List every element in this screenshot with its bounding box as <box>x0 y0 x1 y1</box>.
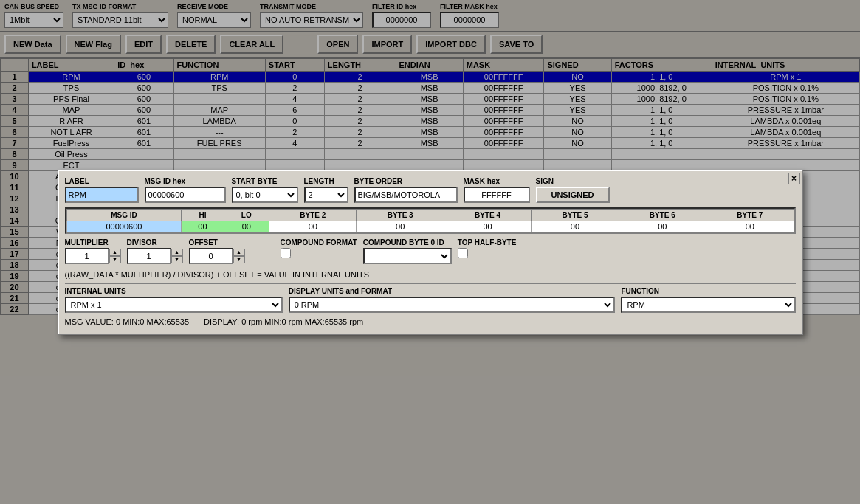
byte-table: MSG ID HI LO BYTE 2 BYTE 3 BYTE 4 BYTE 5… <box>66 209 794 232</box>
msg-id-field: MSG ID hex <box>145 177 226 203</box>
multiplier-spinbox: ▲ ▼ <box>65 248 121 264</box>
sign-field: SIGN UNSIGNED <box>536 177 610 203</box>
byte-col-msgid: MSG ID <box>66 209 182 221</box>
offset-spinbox: ▲ ▼ <box>189 248 245 264</box>
function-label: FUNCTION <box>621 287 795 295</box>
dialog-row-1: LABEL MSG ID hex START BYTE 0, bit 0 1, … <box>65 177 796 203</box>
close-button[interactable]: × <box>788 173 800 184</box>
sign-button[interactable]: UNSIGNED <box>536 187 610 203</box>
compound-byte0-label: COMPOUND BYTE 0 ID <box>363 238 452 246</box>
top-half-byte-wrap <box>458 248 517 258</box>
mask-hex-field: MASK hex <box>464 177 530 203</box>
length-label: LENGTH <box>304 177 348 185</box>
msg-id-input[interactable] <box>145 187 226 203</box>
offset-label: OFFSET <box>189 238 245 246</box>
divisor-up-button[interactable]: ▲ <box>171 249 183 256</box>
cell-byte2: 00 <box>269 221 357 232</box>
top-half-byte-field: TOP HALF-BYTE <box>458 238 517 258</box>
start-byte-field: START BYTE 0, bit 0 1, bit 0 2, bit 0 3,… <box>232 177 298 203</box>
divisor-label: DIVISOR <box>127 238 183 246</box>
cell-byte3: 00 <box>357 221 444 232</box>
divisor-field: DIVISOR ▲ ▼ <box>127 238 183 264</box>
byte-order-input[interactable] <box>354 187 458 203</box>
cell-byte6: 00 <box>619 221 706 232</box>
cell-byte4: 00 <box>444 221 531 232</box>
function-field: FUNCTION RPM <box>621 287 795 313</box>
byte-col-lo: LO <box>224 209 269 221</box>
display-units-select[interactable]: 0 RPM <box>289 297 616 313</box>
cell-hi: 00 <box>182 221 224 232</box>
divisor-spin-buttons: ▲ ▼ <box>171 249 183 263</box>
multiplier-down-button[interactable]: ▼ <box>109 256 121 263</box>
top-half-byte-label: TOP HALF-BYTE <box>458 238 517 246</box>
byte-order-field: BYTE ORDER <box>354 177 458 203</box>
cell-byte5: 00 <box>532 221 619 232</box>
compound-format-checkbox[interactable] <box>281 248 291 258</box>
top-half-byte-checkbox[interactable] <box>458 248 468 258</box>
offset-input[interactable] <box>189 248 233 264</box>
byte-order-label: BYTE ORDER <box>354 177 458 185</box>
dialog-row-3: MULTIPLIER ▲ ▼ DIVISOR ▲ ▼ <box>65 238 796 264</box>
dialog-overlay: × LABEL MSG ID hex START BYTE 0, bit 0 1… <box>0 0 860 504</box>
mask-hex-input[interactable] <box>464 187 530 203</box>
compound-byte0-field: COMPOUND BYTE 0 ID <box>363 238 452 264</box>
byte-col-byte7: BYTE 7 <box>706 209 794 221</box>
label-input[interactable] <box>65 187 139 203</box>
msg-id-label: MSG ID hex <box>145 177 226 185</box>
msg-value-text: MSG VALUE: 0 MIN:0 MAX:65535 <box>65 316 190 328</box>
compound-format-wrap <box>281 248 357 258</box>
byte-col-byte3: BYTE 3 <box>357 209 444 221</box>
offset-spin-buttons: ▲ ▼ <box>233 249 245 263</box>
formula-text: ((RAW_DATA * MULTIPLIER) / DIVISOR) + OF… <box>65 269 796 280</box>
multiplier-spin-buttons: ▲ ▼ <box>109 249 121 263</box>
divisor-down-button[interactable]: ▼ <box>171 256 183 263</box>
byte-col-byte6: BYTE 6 <box>619 209 706 221</box>
dialog-bottom: INTERNAL UNITS RPM x 1 DISPLAY UNITS and… <box>65 287 796 313</box>
divisor-input[interactable] <box>127 248 171 264</box>
multiplier-up-button[interactable]: ▲ <box>109 249 121 256</box>
function-select[interactable]: RPM <box>621 297 795 313</box>
edit-dialog: × LABEL MSG ID hex START BYTE 0, bit 0 1… <box>58 170 803 335</box>
display-units-label: DISPLAY UNITS and FORMAT <box>289 287 616 295</box>
length-field: LENGTH 1 2 3 4 <box>304 177 348 203</box>
mask-hex-label: MASK hex <box>464 177 530 185</box>
internal-units-select[interactable]: RPM x 1 <box>65 297 283 313</box>
byte-table-container: MSG ID HI LO BYTE 2 BYTE 3 BYTE 4 BYTE 5… <box>65 207 796 234</box>
internal-units-label: INTERNAL UNITS <box>65 287 283 295</box>
start-byte-select[interactable]: 0, bit 0 1, bit 0 2, bit 0 3, bit 0 <box>232 187 298 203</box>
divider <box>65 283 796 284</box>
compound-format-field: COMPOUND FORMAT <box>281 238 357 258</box>
cell-byte7: 00 <box>706 221 794 232</box>
label-field: LABEL <box>65 177 139 203</box>
display-units-field: DISPLAY UNITS and FORMAT 0 RPM <box>289 287 616 313</box>
byte-table-row: 00000600 00 00 00 00 00 00 00 00 <box>66 221 794 232</box>
cell-lo: 00 <box>224 221 269 232</box>
compound-format-label: COMPOUND FORMAT <box>281 238 357 246</box>
multiplier-label: MULTIPLIER <box>65 238 121 246</box>
byte-col-byte4: BYTE 4 <box>444 209 531 221</box>
multiplier-input[interactable] <box>65 248 109 264</box>
msg-value-row: MSG VALUE: 0 MIN:0 MAX:65535 DISPLAY: 0 … <box>65 316 796 328</box>
sign-label: SIGN <box>536 177 610 185</box>
offset-down-button[interactable]: ▼ <box>233 256 245 263</box>
label-label: LABEL <box>65 177 139 185</box>
start-byte-label: START BYTE <box>232 177 298 185</box>
multiplier-field: MULTIPLIER ▲ ▼ <box>65 238 121 264</box>
compound-byte0-select[interactable] <box>363 248 452 264</box>
cell-msgid: 00000600 <box>66 221 182 232</box>
offset-field: OFFSET ▲ ▼ <box>189 238 245 264</box>
byte-col-byte2: BYTE 2 <box>269 209 357 221</box>
display-value-text: DISPLAY: 0 rpm MIN:0 rpm MAX:65535 rpm <box>204 316 363 328</box>
byte-col-hi: HI <box>182 209 224 221</box>
offset-up-button[interactable]: ▲ <box>233 249 245 256</box>
length-select[interactable]: 1 2 3 4 <box>304 187 348 203</box>
internal-units-field: INTERNAL UNITS RPM x 1 <box>65 287 283 313</box>
divisor-spinbox: ▲ ▼ <box>127 248 183 264</box>
byte-col-byte5: BYTE 5 <box>532 209 619 221</box>
